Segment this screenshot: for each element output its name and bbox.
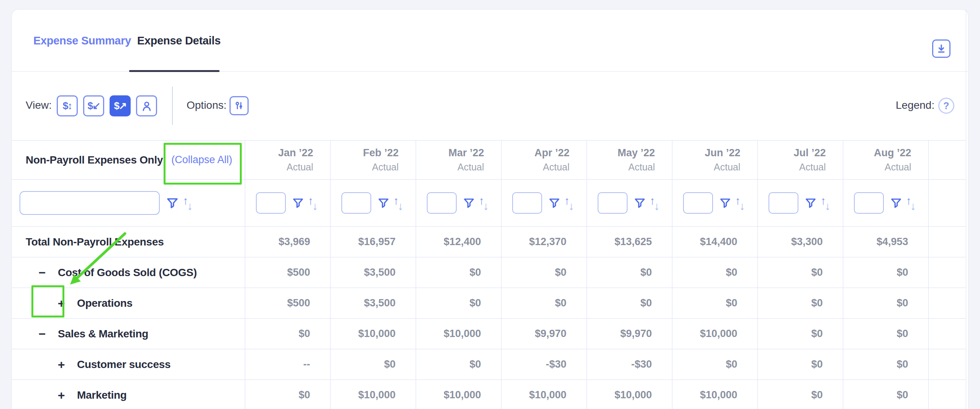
column-filter-input[interactable] [598,192,628,214]
row-label: Marketing [77,389,127,401]
expand-row-button[interactable]: + [56,297,66,309]
value-cell: $14,400 [672,227,757,257]
row-filter-input[interactable] [20,191,160,215]
value-cell: $500 [245,288,330,319]
column-filter-input[interactable] [512,192,542,214]
value-cell: $10,000 [672,380,757,409]
value-cell: $3,969 [245,227,330,257]
sort-icon[interactable]: ↑ ↓ [183,198,193,209]
filter-icon[interactable] [292,197,304,209]
options-label: Options: [187,99,226,111]
spacer-cell [928,141,966,180]
filter-icon[interactable] [719,197,731,209]
money-out-view-button[interactable]: $↗ [110,95,131,116]
table-toolbar: View: $↕ $↙ $↗ Options: Legend: [12,72,968,140]
value-cell: $0 [843,257,928,288]
filter-cell: ↑↓ [757,180,843,227]
month-header: Jul ’22 Actual [757,141,843,180]
value-cell: $0 [416,257,501,288]
options-button[interactable] [229,96,249,115]
filter-cell: ↑↓ [330,180,416,227]
collapse-row-button[interactable]: − [37,267,47,279]
filter-icon[interactable] [548,197,560,209]
value-cell: $0 [416,288,501,319]
table-header-row: Non-Payroll Expenses Only (Collapse All)… [12,141,966,180]
tab-bar: Expense Summary Expense Details [12,10,968,72]
column-filter-input[interactable] [769,192,798,214]
tab-expense-details[interactable]: Expense Details [137,10,221,72]
dollar-updown-icon: $↕ [63,100,72,112]
filter-cell: ↑↓ [672,180,757,227]
value-cell: $10,000 [416,380,501,409]
column-filter-input[interactable] [427,192,457,214]
value-cell: $0 [843,349,928,380]
value-cell: $0 [757,380,843,409]
sort-icon[interactable]: ↑↓ [821,198,831,209]
value-cell: $0 [843,380,928,409]
spacer-cell [928,180,966,227]
sort-icon[interactable]: ↑↓ [308,198,318,209]
value-cell: $0 [757,349,843,380]
row-label: Operations [77,297,133,309]
value-cell: -$30 [501,349,587,380]
people-view-button[interactable] [136,95,157,116]
collapse-row-button[interactable]: − [37,328,47,340]
collapse-all-link[interactable]: (Collapse All) [171,154,232,166]
expand-row-button[interactable]: + [56,358,66,371]
value-cell: $0 [672,288,757,319]
filter-cell: ↑↓ [245,180,330,227]
money-in-view-button[interactable]: $↙ [83,95,104,116]
row-label-cell: − Sales & Marketing [12,319,245,349]
tab-expense-summary[interactable]: Expense Summary [33,10,131,72]
column-filter-input[interactable] [341,192,371,214]
filter-icon[interactable] [166,196,179,209]
download-button[interactable] [932,39,951,58]
value-cell: $9,970 [587,319,672,349]
row-label: Total Non-Payroll Expenses [26,236,164,248]
value-cell: $10,000 [330,380,416,409]
money-flow-view-button[interactable]: $↕ [57,95,78,116]
value-cell: $3,300 [757,227,843,257]
value-cell: $0 [245,380,330,409]
table-title-cell: Non-Payroll Expenses Only (Collapse All) [12,141,245,180]
sort-icon[interactable]: ↑↓ [650,198,660,209]
value-cell: $0 [843,288,928,319]
row-label: Customer success [77,358,170,371]
column-filter-input[interactable] [854,192,884,214]
legend-label: Legend: [896,99,934,111]
value-cell: $0 [672,257,757,288]
filter-icon[interactable] [890,197,902,209]
view-label: View: [26,99,52,111]
value-cell: $10,000 [501,380,587,409]
filter-icon[interactable] [805,197,817,209]
sort-icon[interactable]: ↑↓ [479,198,489,209]
value-cell: $10,000 [416,319,501,349]
column-filter-input[interactable] [683,192,713,214]
filter-icon[interactable] [463,197,475,209]
sort-icon[interactable]: ↑↓ [906,198,916,209]
value-cell: $10,000 [587,380,672,409]
value-cell: $0 [501,257,587,288]
column-filter-input[interactable] [256,192,286,214]
month-header: Feb ’22 Actual [330,141,416,180]
sort-icon[interactable]: ↑↓ [393,198,403,209]
table-row-marketing: + Marketing $0 $10,000 $10,000 $10,000 $… [12,380,966,409]
filter-cell: ↑ ↓ [12,180,245,227]
expense-report-card: Expense Summary Expense Details View: $↕… [11,9,969,409]
sort-icon[interactable]: ↑↓ [735,198,745,209]
value-cell: $0 [501,288,587,319]
sort-icon[interactable]: ↑↓ [564,198,574,209]
month-header: Aug ’22 Actual [843,141,928,180]
value-cell: $13,625 [587,227,672,257]
legend-help-button[interactable]: ? [938,98,954,114]
spacer-cell [928,227,966,257]
table-right-border [966,10,966,409]
filter-icon[interactable] [377,197,390,209]
toolbar-divider [172,87,173,125]
expense-table: Non-Payroll Expenses Only (Collapse All)… [12,140,966,409]
value-cell: $12,400 [416,227,501,257]
dollar-arrow-out-icon: $↗ [114,100,126,112]
expand-row-button[interactable]: + [56,389,66,401]
value-cell: $0 [587,288,672,319]
filter-icon[interactable] [634,197,646,209]
